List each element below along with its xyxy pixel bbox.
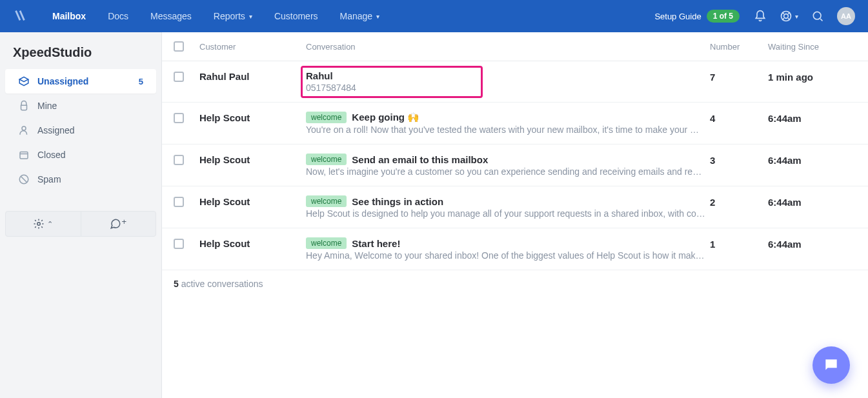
nav-item-manage[interactable]: Manage▾ (329, 1, 391, 31)
active-conversations-count: 5 active conversations (162, 270, 868, 297)
header-customer: Customer (199, 42, 306, 52)
search-icon[interactable] (811, 10, 824, 23)
chat-fab[interactable] (812, 346, 850, 384)
table-header: Customer Conversation Number Waiting Sin… (162, 32, 868, 61)
header-conversation: Conversation (306, 42, 710, 52)
svg-point-3 (22, 126, 26, 130)
conversation-row[interactable]: Help ScoutwelcomeKeep going 🙌You're on a… (162, 103, 868, 144)
user-avatar[interactable]: AA (837, 7, 855, 25)
chevron-down-icon: ▾ (249, 13, 252, 20)
conversation-subject: Send an email to this mailbox (352, 154, 488, 165)
nav-item-mailbox[interactable]: Mailbox (41, 1, 97, 31)
plus-icon: + (121, 217, 126, 226)
setup-progress-pill: 1 of 5 (707, 10, 740, 23)
help-icon[interactable]: ▾ (780, 10, 798, 23)
folder-spam[interactable]: Spam (5, 167, 156, 192)
notifications-icon[interactable] (754, 10, 767, 23)
conversation-subject: Keep going 🙌 (352, 112, 419, 123)
conversation-subject: Rahul (306, 70, 333, 81)
settings-button[interactable]: ⌃ (6, 212, 81, 236)
folder-mine[interactable]: Mine (5, 94, 156, 118)
conversation-row[interactable]: Rahul PaulRahul051758748471 min ago (162, 61, 868, 103)
chevron-down-icon: ▾ (795, 13, 798, 20)
nav-links: MailboxDocsMessagesReports▾CustomersMana… (41, 1, 390, 31)
chevron-down-icon: ▾ (376, 13, 379, 20)
waiting-since: 1 min ago (768, 70, 852, 83)
waiting-since: 6:44am (768, 195, 852, 208)
conversation-tag: welcome (306, 195, 347, 207)
row-checkbox[interactable] (174, 155, 184, 165)
conversation-row[interactable]: Help ScoutwelcomeStart here!Hey Amina, W… (162, 228, 868, 270)
header-waiting: Waiting Since (768, 42, 852, 52)
nav-item-messages[interactable]: Messages (139, 1, 203, 31)
row-checkbox[interactable] (174, 72, 184, 82)
row-checkbox[interactable] (174, 113, 184, 123)
conversation-subject: Start here! (352, 238, 400, 249)
nav-item-reports[interactable]: Reports▾ (203, 1, 263, 31)
conversation-preview: You're on a roll! Now that you've tested… (306, 124, 706, 135)
waiting-since: 6:44am (768, 237, 852, 250)
app-logo (13, 8, 27, 25)
header-number: Number (710, 42, 768, 52)
customer-name: Help Scout (199, 112, 306, 123)
svg-point-2 (813, 12, 821, 19)
nav-item-customers[interactable]: Customers (263, 1, 329, 31)
customer-name: Rahul Paul (199, 70, 306, 82)
conversation-preview: Help Scout is designed to help you manag… (306, 208, 706, 219)
svg-point-1 (784, 14, 789, 19)
conversation-list: Customer Conversation Number Waiting Sin… (162, 32, 868, 398)
sidebar-actions: ⌃ + (5, 211, 156, 237)
conversation-tag: welcome (306, 237, 347, 249)
top-nav: MailboxDocsMessagesReports▾CustomersMana… (0, 0, 868, 32)
conversation-number: 4 (710, 112, 768, 124)
folder-closed[interactable]: Closed (5, 143, 156, 167)
chevron-up-icon: ⌃ (47, 220, 53, 228)
customer-name: Help Scout (199, 195, 306, 207)
conversation-row[interactable]: Help ScoutwelcomeSee things in actionHel… (162, 186, 868, 228)
select-all-checkbox[interactable] (174, 41, 184, 52)
svg-rect-4 (20, 152, 28, 159)
sidebar: XpeedStudio Unassigned5MineAssignedClose… (0, 32, 162, 398)
conversation-tag: welcome (306, 154, 347, 165)
setup-guide-label: Setup Guide (654, 12, 701, 21)
conversation-preview: Hey Amina, Welcome to your shared inbox!… (306, 250, 706, 261)
folder-assigned[interactable]: Assigned (5, 118, 156, 143)
conversation-preview: Now, let's imagine you're a customer so … (306, 166, 706, 177)
setup-guide[interactable]: Setup Guide 1 of 5 (654, 10, 740, 23)
conversation-number: 7 (710, 70, 768, 83)
conversation-number: 3 (710, 154, 768, 166)
customer-name: Help Scout (199, 154, 306, 165)
mailbox-name: XpeedStudio (0, 32, 161, 69)
row-checkbox[interactable] (174, 197, 184, 207)
conversation-tag: welcome (306, 112, 347, 123)
conversation-preview: 0517587484 (306, 83, 706, 93)
waiting-since: 6:44am (768, 112, 852, 124)
folder-unassigned[interactable]: Unassigned5 (5, 69, 156, 94)
conversation-number: 2 (710, 195, 768, 208)
top-right-icons: ▾ AA (754, 7, 855, 25)
new-conversation-button[interactable]: + (81, 212, 156, 236)
folder-list: Unassigned5MineAssignedClosedSpam (0, 69, 161, 192)
row-checkbox[interactable] (174, 239, 184, 249)
conversation-row[interactable]: Help ScoutwelcomeSend an email to this m… (162, 144, 868, 186)
customer-name: Help Scout (199, 237, 306, 249)
waiting-since: 6:44am (768, 154, 852, 166)
nav-item-docs[interactable]: Docs (97, 1, 139, 31)
svg-point-6 (37, 223, 41, 226)
conversation-number: 1 (710, 237, 768, 250)
conversation-subject: See things in action (352, 196, 443, 207)
